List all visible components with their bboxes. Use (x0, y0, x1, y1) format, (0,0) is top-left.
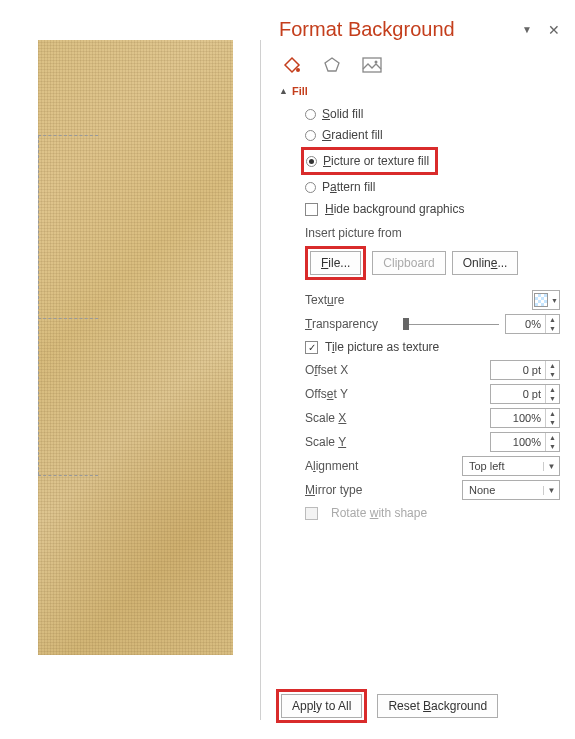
radio-icon (306, 156, 317, 167)
panel-menu-dropdown-icon[interactable]: ▼ (522, 24, 532, 35)
radio-label: Gradient fill (322, 128, 383, 142)
tile-checkbox[interactable]: Tile picture as texture (305, 340, 560, 354)
format-background-panel: Format Background ▼ ✕ ▲ Fill Solid fill (261, 0, 575, 739)
offset-y-label: Offset Y (305, 387, 391, 401)
insert-picture-label: Insert picture from (305, 226, 560, 240)
bucket-icon[interactable] (281, 55, 303, 75)
close-icon[interactable]: ✕ (548, 22, 560, 38)
checkbox-label: Tile picture as texture (325, 340, 439, 354)
transparency-label: Transparency (305, 317, 397, 331)
transparency-slider[interactable] (403, 322, 499, 326)
panel-title: Format Background (279, 18, 455, 41)
checkbox-icon (305, 341, 318, 354)
alignment-label: Alignment (305, 459, 391, 473)
slide-texture-preview (38, 40, 233, 655)
apply-to-all-button[interactable]: Apply to All (281, 694, 362, 718)
file-button[interactable]: File... (310, 251, 361, 275)
checkbox-label: Rotate with shape (331, 506, 427, 520)
svg-point-2 (375, 61, 378, 64)
reset-background-button[interactable]: Reset Background (377, 694, 498, 718)
offset-x-label: Offset X (305, 363, 391, 377)
pentagon-icon[interactable] (321, 55, 343, 75)
radio-picture-fill[interactable]: Picture or texture fill (323, 154, 429, 168)
rotate-checkbox: Rotate with shape (305, 506, 560, 520)
checkbox-icon (305, 507, 318, 520)
hide-background-checkbox[interactable]: Hide background graphics (305, 202, 560, 216)
picture-icon[interactable] (361, 55, 383, 75)
radio-label: Solid fill (322, 107, 363, 121)
texture-picker[interactable]: ▼ (532, 290, 560, 310)
texture-label: Texture (305, 293, 397, 307)
fill-section-header[interactable]: ▲ Fill (279, 85, 560, 97)
offset-x-spinner[interactable]: 0 pt ▲▼ (490, 360, 560, 380)
texture-swatch-icon (534, 293, 548, 307)
radio-icon (305, 130, 316, 141)
scale-y-spinner[interactable]: 100% ▲▼ (490, 432, 560, 452)
radio-label: Pattern fill (322, 180, 375, 194)
chevron-down-icon: ▼ (551, 297, 558, 304)
category-icons (281, 55, 560, 75)
clipboard-button: Clipboard (372, 251, 445, 275)
scale-x-label: Scale X (305, 411, 391, 425)
online-button[interactable]: Online... (452, 251, 519, 275)
offset-y-spinner[interactable]: 0 pt ▲▼ (490, 384, 560, 404)
radio-gradient-fill[interactable]: Gradient fill (305, 126, 560, 144)
checkbox-icon (305, 203, 318, 216)
chevron-down-icon: ▼ (543, 462, 559, 471)
caret-down-icon: ▲ (279, 86, 288, 96)
alignment-dropdown[interactable]: Top left ▼ (462, 456, 560, 476)
svg-point-0 (296, 68, 300, 72)
mirror-label: Mirror type (305, 483, 391, 497)
mirror-dropdown[interactable]: None ▼ (462, 480, 560, 500)
svg-rect-1 (363, 58, 381, 72)
radio-solid-fill[interactable]: Solid fill (305, 105, 560, 123)
checkbox-label: Hide background graphics (325, 202, 464, 216)
chevron-down-icon: ▼ (543, 486, 559, 495)
transparency-spinner[interactable]: 0% ▲▼ (505, 314, 560, 334)
slide-preview-pane (0, 0, 260, 739)
scale-y-label: Scale Y (305, 435, 391, 449)
radio-icon (305, 109, 316, 120)
radio-icon (305, 182, 316, 193)
scale-x-spinner[interactable]: 100% ▲▼ (490, 408, 560, 428)
radio-pattern-fill[interactable]: Pattern fill (305, 178, 560, 196)
